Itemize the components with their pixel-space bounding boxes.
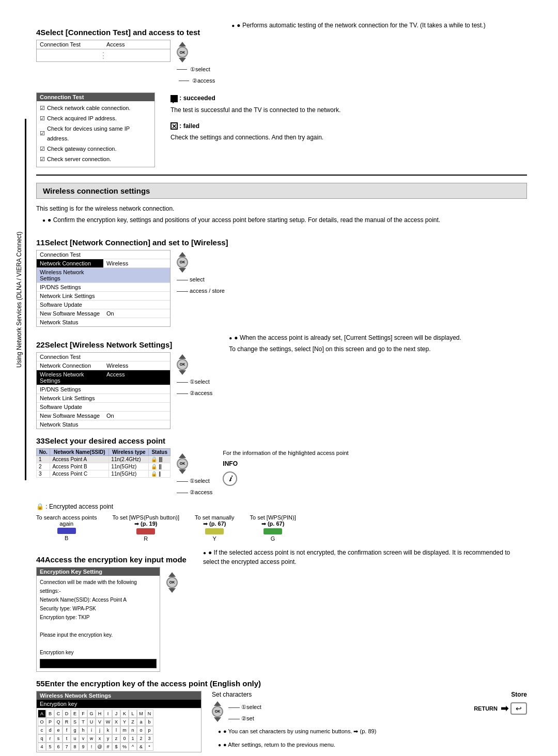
step5-heading: 55Enter the encryption key of the access…	[36, 679, 527, 688]
section-divider	[36, 175, 527, 176]
col-type: Wireless type	[109, 448, 149, 455]
info-sub: INFO	[223, 459, 348, 470]
char-row-5: 45 67 89 !@ #$ %^ &*	[38, 743, 200, 751]
wns-panel: Wireless Network Settings Encryption key…	[36, 691, 202, 752]
char-A[interactable]: A	[38, 710, 46, 718]
step4-top-heading: 4Select [Connection Test] and access to …	[36, 28, 215, 37]
step4-enc-heading: 44Access the encryption key input mode	[36, 555, 187, 564]
char-E[interactable]: E	[71, 710, 79, 718]
set-chars-label: Set characters	[212, 691, 252, 698]
char-L[interactable]: L	[129, 710, 137, 718]
red-btn	[136, 528, 155, 534]
table-row: 3 Access Point C 11n(5GHz) 🔒 ||	[37, 470, 171, 477]
failed-row: ✕ : failed	[171, 120, 340, 132]
char-C[interactable]: C	[54, 710, 63, 718]
blue-btn	[57, 528, 76, 534]
nav-down-arrow	[179, 58, 186, 62]
nav-cluster-step5: OK	[212, 701, 223, 722]
nav-up-3	[179, 453, 186, 458]
succeeded-row: ✓ : succeeded	[171, 92, 340, 104]
nav-down-5	[214, 717, 221, 722]
char-M[interactable]: M	[137, 710, 145, 718]
nav-cluster-step3: OK	[177, 453, 188, 474]
char-G[interactable]: G	[87, 710, 96, 718]
return-row: RETURN ➡ ↩	[474, 702, 527, 715]
check-item-2: ☑Check acquired IP address.	[40, 114, 151, 124]
failed-label: : failed	[179, 122, 199, 130]
succeeded-icon: ✓	[171, 95, 178, 102]
encrypted-label: 🔒 : Encrypted access point	[36, 503, 527, 510]
char-row-2: OP QR ST UV WX YZ ab	[38, 718, 200, 726]
btn-set-manually: To set manually ➡ (p. 67) Y	[195, 514, 234, 542]
char-I[interactable]: I	[104, 710, 112, 718]
step4-desc1: ● If the selected access point is not en…	[203, 548, 527, 566]
check-item-4: ☑Check gateway connection.	[40, 144, 151, 154]
step5-right: Store RETURN ➡ ↩	[474, 691, 527, 715]
step2-desc1: ● When the access point is already set, …	[229, 333, 527, 342]
nav-ok-2: OK	[177, 359, 188, 370]
desc-performs: ● Performs automatic testing of the netw…	[231, 21, 527, 30]
arrow-right-icon: ➡	[501, 703, 508, 714]
succeeded-desc: The test is successful and the TV is con…	[171, 104, 340, 116]
wifi-table: No. Network Name(SSID) Wireless type Sta…	[36, 448, 171, 478]
enc-key-input-display[interactable]	[88, 700, 201, 708]
btn-wps-pin: To set [WPS(PIN)] ➡ (p. 67) G	[250, 514, 296, 542]
nav-down-3	[179, 469, 186, 474]
enc-panel-title: Encryption Key Setting	[37, 568, 160, 576]
store-label: Store	[511, 691, 527, 698]
char-row-4: qr st uv wx yz 01 23	[38, 734, 200, 743]
step5-desc1: ● You can set characters by using numeri…	[218, 727, 376, 736]
enc-key-field[interactable]	[40, 659, 157, 668]
color-buttons-row: To search access points again B To set […	[36, 514, 527, 542]
step1-arrows: —— select —— access / store	[177, 274, 225, 296]
nav-up-4	[168, 572, 176, 577]
check-list: ☑Check network cable connection. ☑Check …	[37, 101, 154, 167]
char-row-1: A B C D E F G H I J K L M	[38, 710, 200, 718]
step3-arrows: —— ①select —— ②access	[177, 475, 212, 498]
sidebar-label: Using Network Services (DLNA / VIERA Con…	[16, 119, 26, 480]
return-icon: ↩	[510, 702, 527, 715]
nav-cluster-step4: OK	[166, 572, 178, 593]
char-D[interactable]: D	[63, 710, 71, 718]
char-H[interactable]: H	[96, 710, 104, 718]
step2-panel: Connection Test Network ConnectionWirele…	[36, 352, 171, 429]
char-B[interactable]: B	[46, 710, 54, 718]
select-label: ①select	[190, 64, 210, 75]
wireless-section-header: Wireless connection settings	[36, 183, 527, 199]
table-row: 1 Access Point A 11n(2.4GHz) 🔒 ||||	[37, 455, 171, 463]
green-btn	[264, 528, 282, 534]
nav-up-2	[179, 354, 186, 359]
check-item-1: ☑Check network cable connection.	[40, 103, 151, 114]
panel-ellipsis: ⋮	[37, 50, 170, 61]
nav-up-arrow	[179, 42, 186, 46]
connection-test-detail-panel: Connection Test ☑Check network cable con…	[36, 92, 155, 167]
char-J[interactable]: J	[112, 710, 120, 718]
step2-arrows: —— ①select —— ②access	[177, 376, 212, 399]
failed-icon: ✕	[171, 122, 178, 130]
info-highlight-label: For the information of the highlighted a…	[223, 448, 348, 459]
char-row-3: cd ef gh ij kl mn op	[38, 726, 200, 734]
char-F[interactable]: F	[79, 710, 87, 718]
char-N[interactable]: N	[145, 710, 153, 718]
wifi-table-container: No. Network Name(SSID) Wireless type Sta…	[36, 448, 171, 478]
step1-panel: Connection Test Network ConnectionWirele…	[36, 250, 171, 327]
failed-desc: Check the settings and connections. And …	[171, 132, 340, 144]
nav-down-4	[168, 588, 176, 593]
btn-wps-push: To set [WPS(Push button)] ➡ (p. 19) R	[112, 514, 179, 542]
btn-search-again: To search access points again B	[36, 514, 97, 542]
char-K[interactable]: K	[120, 710, 129, 718]
enc-key-label: Encryption key	[37, 700, 88, 708]
col-status: Status	[149, 448, 171, 455]
nav-ok-btn: OK	[177, 46, 188, 58]
info-circle-icon: 𝑖	[223, 471, 348, 486]
nav-down-2	[179, 370, 186, 375]
arrow-diagram-top: —— ①select —— ②access	[177, 64, 215, 86]
step2-desc2: To change the settings, select [No] on t…	[229, 344, 527, 354]
yellow-btn	[205, 528, 224, 534]
nav-up	[179, 252, 186, 257]
enc-panel-text: Connection will be made with the followi…	[40, 578, 157, 657]
step5-arrows: —— ①select —— ②set	[228, 701, 261, 724]
panel-value: Access	[103, 40, 170, 49]
col-ssid: Network Name(SSID)	[50, 448, 109, 455]
check-item-3: ☑Check for devices using same IP address…	[40, 124, 151, 145]
